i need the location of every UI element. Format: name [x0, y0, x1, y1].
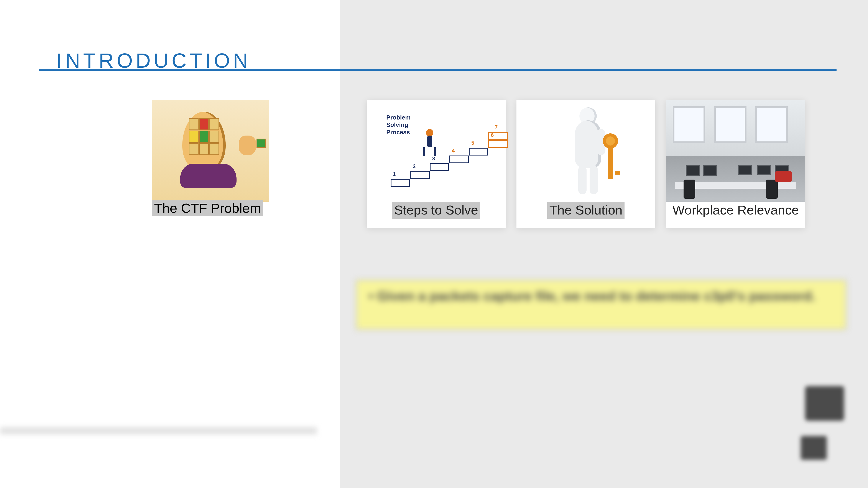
- card-label: Steps to Solve: [392, 202, 480, 219]
- card-ctf-problem: The CTF Problem: [152, 100, 269, 221]
- steps-image: Problem Solving Process 1 2 3 4 5 6 7: [367, 100, 506, 202]
- bottom-shadow-bar: [0, 427, 317, 434]
- card-label: Workplace Relevance: [673, 202, 799, 219]
- step-number: 4: [452, 148, 455, 154]
- slide-heading: INTRODUCTION: [56, 49, 251, 72]
- card-label: The Solution: [547, 202, 625, 219]
- heading-underline: [39, 69, 837, 71]
- step-number: 2: [413, 163, 415, 169]
- key-icon: [603, 133, 618, 179]
- decorative-square-icon: [805, 386, 844, 421]
- step-number: 1: [393, 171, 396, 177]
- card-the-solution: The Solution: [517, 100, 655, 228]
- left-background-panel: [0, 0, 340, 488]
- step-number: 3: [432, 156, 435, 162]
- walking-figure-icon: [423, 129, 436, 155]
- solution-image: [517, 100, 655, 202]
- right-background-panel: [340, 0, 868, 488]
- workplace-image: [666, 100, 805, 202]
- step-number: 7: [495, 124, 498, 130]
- steps-graphic-title: Problem Solving Process: [386, 114, 410, 136]
- card-label: The CTF Problem: [152, 200, 269, 216]
- card-steps-to-solve: Problem Solving Process 1 2 3 4 5 6 7 St…: [367, 100, 506, 228]
- note-text: • Given a packets capture file, we need …: [369, 287, 834, 305]
- step-number: 6: [491, 132, 494, 138]
- puzzle-head-icon: [169, 105, 252, 196]
- decorative-square-icon: [801, 436, 827, 460]
- card-workplace-relevance: Workplace Relevance: [666, 100, 805, 228]
- ctf-problem-image: [152, 100, 269, 202]
- blurred-note: • Given a packets capture file, we need …: [356, 280, 846, 330]
- step-number: 5: [471, 140, 474, 146]
